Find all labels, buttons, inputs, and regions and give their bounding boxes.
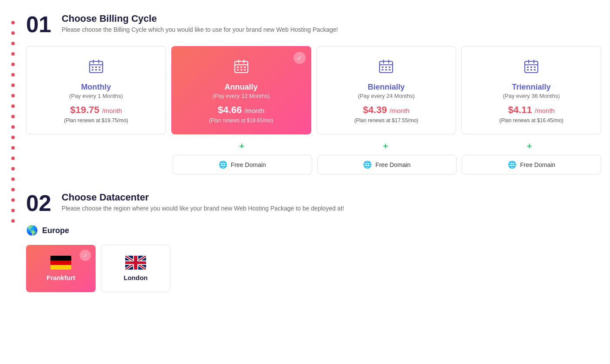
- calendar-icon-biennially: [326, 59, 447, 77]
- billing-period-biennially: (Pay every 24 Months): [326, 93, 447, 99]
- dot: [11, 104, 15, 108]
- addon-plus-triennially: +: [460, 141, 599, 151]
- datacenter-cards-container: ✓ Frankfurt: [26, 245, 601, 292]
- svg-rect-4: [92, 67, 93, 68]
- billing-period-annually: (Pay every 12 Months): [180, 93, 302, 99]
- globe-icon-triennially: 🌐: [508, 160, 517, 169]
- svg-rect-14: [237, 67, 239, 68]
- billing-card-monthly[interactable]: Monthly (Pay every 1 Months) $19.75 /mon…: [26, 46, 166, 134]
- datacenter-section: 02 Choose Datacenter Please choose the r…: [26, 192, 601, 292]
- svg-rect-18: [240, 69, 242, 70]
- svg-rect-17: [237, 69, 239, 70]
- addons-plus-row: + + + +: [26, 141, 601, 151]
- svg-rect-39: [534, 69, 536, 70]
- dot: [11, 167, 15, 170]
- svg-rect-6: [99, 67, 100, 68]
- dot: [11, 177, 15, 181]
- billing-cycle-section: 01 Choose Billing Cycle Please choose th…: [26, 13, 601, 174]
- step2-number: 02: [26, 192, 51, 214]
- datacenter-card-frankfurt[interactable]: ✓ Frankfurt: [26, 245, 96, 292]
- section1-subtitle: Please choose the Billing Cycle which yo…: [62, 26, 338, 33]
- billing-renewal-biennially: (Plan renews at $17.55/mo): [326, 117, 447, 124]
- svg-rect-25: [385, 67, 387, 68]
- billing-cards-container: Monthly (Pay every 1 Months) $19.75 /mon…: [26, 46, 601, 134]
- section1-header: 01 Choose Billing Cycle Please choose th…: [26, 13, 601, 36]
- section1-title: Choose Billing Cycle: [62, 13, 338, 24]
- svg-rect-9: [99, 69, 100, 70]
- region-name: Europe: [42, 226, 69, 235]
- billing-name-triennially: Triennially: [470, 83, 592, 92]
- free-domain-label-annually: Free Domain: [231, 161, 266, 168]
- dot: [11, 157, 15, 160]
- billing-period-triennially: (Pay every 36 Months): [470, 93, 592, 99]
- billing-renewal-triennially: (Plan renews at $16.45/mo): [470, 117, 592, 124]
- billing-card-biennially[interactable]: Biennially (Pay every 24 Months) $4.39 /…: [317, 46, 457, 134]
- billing-price-monthly: $19.75 /month: [35, 104, 157, 116]
- step1-number: 01: [26, 13, 51, 36]
- svg-rect-37: [527, 69, 529, 70]
- domain-badge-annually[interactable]: 🌐 Free Domain: [173, 155, 312, 174]
- svg-rect-28: [385, 69, 387, 70]
- svg-rect-27: [382, 69, 383, 70]
- dot: [11, 125, 15, 129]
- dot: [11, 188, 15, 191]
- region-europe-header: 🌎 Europe: [26, 225, 601, 236]
- check-badge-frankfurt: ✓: [80, 250, 91, 261]
- dot: [11, 136, 15, 139]
- billing-renewal-monthly: (Plan renews at $19.75/mo): [35, 117, 157, 124]
- dot: [11, 94, 15, 97]
- svg-rect-15: [240, 67, 242, 68]
- left-dots-decoration: [9, 13, 17, 310]
- svg-rect-24: [382, 67, 383, 68]
- billing-card-triennially[interactable]: Triennially (Pay every 36 Months) $4.11 …: [461, 46, 601, 134]
- billing-price-biennially: $4.39 /month: [326, 104, 447, 116]
- svg-rect-34: [527, 67, 529, 68]
- section2-subtitle: Please choose the region where you would…: [62, 205, 344, 212]
- svg-rect-29: [389, 69, 390, 70]
- svg-rect-8: [95, 69, 97, 70]
- addon-plus-annually: +: [173, 141, 311, 151]
- dot: [11, 83, 15, 87]
- dot: [11, 42, 15, 45]
- datacenter-name-london: London: [108, 274, 163, 281]
- billing-price-triennially: $4.11 /month: [470, 104, 592, 116]
- globe-icon-annually: 🌐: [219, 160, 227, 169]
- calendar-icon-triennially: [470, 59, 592, 77]
- dot: [11, 21, 15, 24]
- calendar-icon-annually: [180, 59, 302, 77]
- dot: [11, 31, 15, 35]
- uk-flag: [125, 256, 146, 270]
- germany-flag: [50, 256, 71, 270]
- dot: [11, 198, 15, 202]
- billing-price-annually: $4.66 /month: [180, 104, 302, 116]
- svg-rect-36: [534, 67, 536, 68]
- billing-card-annually[interactable]: ✓: [171, 46, 311, 134]
- svg-rect-7: [92, 69, 93, 70]
- free-domain-label-biennially: Free Domain: [375, 161, 410, 168]
- region-globe-icon: 🌎: [26, 225, 38, 236]
- free-domain-label-triennially: Free Domain: [520, 161, 555, 168]
- section1-title-block: Choose Billing Cycle Please choose the B…: [62, 13, 338, 33]
- dot: [11, 209, 15, 212]
- dot: [11, 219, 15, 223]
- datacenter-name-frankfurt: Frankfurt: [33, 274, 88, 281]
- billing-name-monthly: Monthly: [35, 83, 157, 92]
- check-badge-annually: ✓: [293, 52, 306, 64]
- svg-rect-38: [530, 69, 532, 70]
- domain-badge-biennially[interactable]: 🌐 Free Domain: [317, 155, 457, 174]
- dot: [11, 63, 15, 66]
- svg-rect-16: [244, 67, 246, 68]
- billing-name-biennially: Biennially: [326, 83, 447, 92]
- datacenter-card-london[interactable]: London: [101, 245, 170, 292]
- dot: [11, 73, 15, 77]
- dot: [11, 52, 15, 56]
- domain-badges-row: 🌐 Free Domain 🌐 Free Domain 🌐 Free Domai…: [26, 155, 601, 174]
- main-content: 01 Choose Billing Cycle Please choose th…: [26, 13, 601, 310]
- dot: [11, 146, 15, 150]
- svg-rect-26: [389, 67, 390, 68]
- billing-name-annually: Annually: [180, 83, 302, 92]
- billing-period-monthly: (Pay every 1 Months): [35, 93, 157, 99]
- domain-badge-triennially[interactable]: 🌐 Free Domain: [462, 155, 601, 174]
- svg-rect-35: [530, 67, 532, 68]
- section2-header: 02 Choose Datacenter Please choose the r…: [26, 192, 601, 214]
